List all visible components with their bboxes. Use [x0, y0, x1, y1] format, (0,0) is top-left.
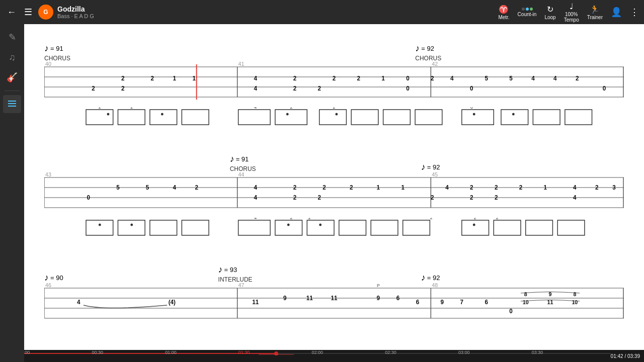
svg-text:47: 47 — [238, 283, 245, 288]
more-options-button[interactable]: ⋮ — [630, 7, 639, 18]
back-button[interactable]: ← — [5, 5, 18, 20]
user-icon[interactable]: 👤 — [611, 7, 622, 18]
sidebar-guitar-button[interactable]: 🎸 — [3, 68, 21, 86]
app-logo: G — [38, 5, 53, 20]
main-content: ♪ = 91 CHORUS ♪ = 92 CHORUS — [24, 24, 644, 350]
count-in-control[interactable]: Count-in — [518, 8, 537, 17]
tab-staff-3: 46 47 48 4 (4) 11 9 11 11 P 9 6 6 9 7 — [44, 283, 624, 328]
svg-text:2: 2 — [431, 75, 434, 82]
section-header-1: ♪ = 91 CHORUS ♪ = 92 CHORUS — [44, 34, 624, 62]
svg-text:40: 40 — [45, 62, 51, 67]
svg-text:2: 2 — [350, 184, 353, 191]
dot2 — [526, 8, 529, 11]
svg-rect-114 — [494, 220, 521, 235]
note-icon-2: ♪ — [415, 43, 420, 54]
sidebar-toggle-button[interactable]: ☰ — [22, 5, 34, 20]
svg-text:4: 4 — [573, 194, 577, 201]
sidebar-notes-button[interactable]: ♫ — [3, 48, 21, 66]
svg-text:0: 0 — [603, 85, 606, 92]
svg-text:P: P — [377, 283, 380, 288]
svg-text:2: 2 — [323, 184, 326, 191]
svg-text:4: 4 — [450, 75, 454, 82]
sidebar: ✎ ♫ 🎸 — [0, 24, 24, 362]
svg-text:42: 42 — [432, 62, 438, 67]
svg-text:2: 2 — [496, 218, 499, 220]
note-icon-4: ♪ — [421, 162, 426, 172]
svg-point-58 — [473, 113, 475, 116]
tempo-4: ♪ = 92 — [421, 162, 440, 172]
svg-rect-47 — [351, 110, 378, 125]
svg-rect-40 — [86, 110, 113, 125]
svg-text:6: 6 — [485, 299, 488, 306]
tempo-icon: ♩ — [570, 2, 574, 11]
svg-rect-112 — [403, 220, 430, 235]
svg-text:10: 10 — [523, 299, 529, 305]
svg-text:4: 4 — [254, 194, 258, 201]
svg-text:2: 2 — [333, 107, 336, 110]
svg-text:2: 2 — [576, 75, 579, 82]
svg-text:4: 4 — [445, 184, 449, 191]
time-marker-230: 02:30 — [385, 350, 396, 355]
svg-point-56 — [286, 113, 289, 116]
tempo-6: ♪ = 93 INTERLUDE — [218, 264, 253, 283]
tempo-value-6: = 93 — [224, 266, 237, 274]
svg-rect-1 — [8, 103, 16, 104]
section-name-interlude: INTERLUDE — [218, 276, 253, 283]
svg-text:6: 6 — [396, 295, 400, 302]
svg-text:2: 2 — [121, 75, 125, 82]
svg-rect-103 — [86, 220, 113, 235]
score-container: ♪ = 91 CHORUS ♪ = 92 CHORUS — [24, 24, 644, 348]
sidebar-pencil-button[interactable]: ✎ — [3, 28, 21, 46]
svg-text:6: 6 — [416, 299, 420, 306]
current-time-display: 01:42 / 03:39 — [611, 353, 644, 359]
svg-text:46: 46 — [45, 283, 51, 288]
trainer-control[interactable]: 🏃 Trainer — [587, 5, 603, 20]
loop-control[interactable]: ↻ Loop — [544, 5, 555, 20]
svg-text:0: 0 — [509, 308, 513, 315]
svg-text:0: 0 — [470, 107, 473, 110]
loop-icon: ↻ — [547, 5, 553, 14]
svg-rect-105 — [150, 220, 177, 235]
tempo-2: ♪ = 92 CHORUS — [415, 43, 441, 62]
svg-rect-116 — [557, 220, 585, 235]
svg-rect-108 — [275, 220, 302, 235]
section-name-3: CHORUS — [230, 165, 256, 172]
svg-text:45: 45 — [432, 172, 438, 177]
svg-point-120 — [319, 224, 321, 226]
svg-rect-53 — [565, 110, 592, 125]
svg-point-119 — [287, 224, 290, 226]
metronome-control[interactable]: ♈ Metr. — [498, 5, 509, 20]
progress-bar: 00:00 00:30 01:00 01:30 02:00 02:30 03:0… — [24, 350, 644, 362]
toolbar-left: ← ☰ G Godzilla Bass · E A D G — [5, 5, 498, 20]
svg-text:9: 9 — [441, 299, 444, 306]
svg-text:4: 4 — [173, 184, 176, 191]
svg-text:2: 2 — [290, 218, 293, 220]
time-marker-100: 01:00 — [165, 350, 177, 355]
svg-text:43: 43 — [45, 172, 51, 177]
svg-text:11: 11 — [252, 299, 259, 306]
svg-text:2: 2 — [195, 184, 198, 191]
svg-text:9: 9 — [377, 295, 380, 302]
svg-point-54 — [107, 113, 109, 116]
svg-rect-109 — [307, 220, 334, 235]
progress-highlight — [259, 354, 294, 355]
svg-rect-52 — [533, 110, 560, 125]
tempo-value-2: = 92 — [421, 45, 434, 52]
svg-text:2: 2 — [357, 75, 361, 82]
sidebar-tab-button[interactable] — [3, 95, 21, 113]
note-icon-7: ♪ — [421, 273, 426, 283]
svg-rect-104 — [118, 220, 145, 235]
svg-text:2: 2 — [317, 85, 321, 92]
svg-text:0: 0 — [87, 194, 91, 201]
svg-text:2: 2 — [151, 75, 154, 82]
svg-rect-50 — [462, 110, 494, 125]
svg-text:2: 2 — [99, 107, 101, 110]
svg-point-57 — [335, 113, 338, 116]
svg-text:5: 5 — [509, 75, 513, 82]
svg-rect-49 — [415, 110, 442, 125]
tempo-control[interactable]: ♩ 100% Tempo — [564, 2, 579, 23]
svg-text:2: 2 — [470, 194, 473, 201]
svg-text:0: 0 — [406, 75, 410, 82]
svg-rect-44 — [238, 110, 270, 125]
svg-text:2: 2 — [293, 184, 297, 191]
